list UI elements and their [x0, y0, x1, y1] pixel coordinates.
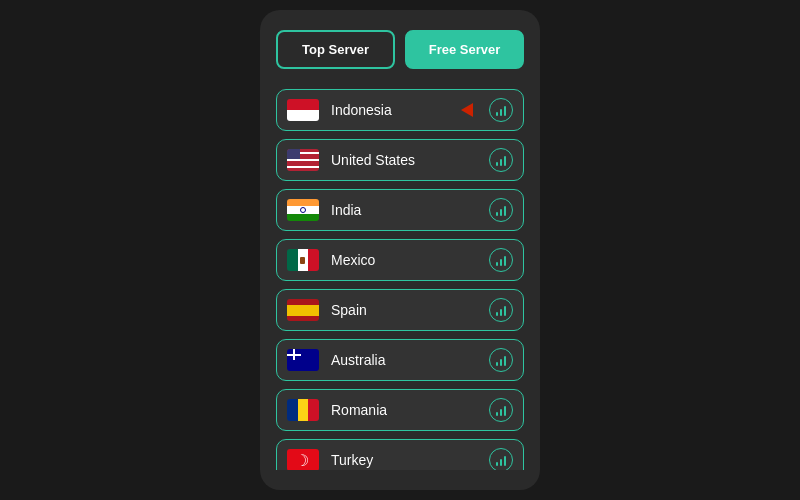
signal-bar-3: [504, 456, 507, 466]
crescent-icon: ☽: [295, 451, 309, 470]
server-item-india[interactable]: India: [276, 189, 524, 231]
tab-top-server[interactable]: Top Server: [276, 30, 395, 69]
signal-bars: [496, 404, 507, 416]
signal-bar-2: [500, 309, 503, 316]
signal-bar-1: [496, 312, 499, 316]
flag-indonesia: [287, 99, 319, 121]
signal-bar-3: [504, 406, 507, 416]
signal-bar-3: [504, 306, 507, 316]
selected-arrow-indonesia: [461, 103, 473, 117]
server-item-united-states[interactable]: United States: [276, 139, 524, 181]
server-list: Indonesia United States: [276, 89, 524, 470]
signal-bar-1: [496, 462, 499, 466]
server-name-turkey: Turkey: [331, 452, 489, 468]
signal-bar-1: [496, 412, 499, 416]
signal-bar-1: [496, 362, 499, 366]
signal-bars: [496, 304, 507, 316]
phone-container: Top Server Free Server Indonesia: [260, 10, 540, 490]
signal-bar-2: [500, 259, 503, 266]
signal-icon-mexico: [489, 248, 513, 272]
signal-bars: [496, 154, 507, 166]
signal-bar-3: [504, 356, 507, 366]
signal-bar-2: [500, 109, 503, 116]
signal-bar-3: [504, 256, 507, 266]
signal-bars: [496, 204, 507, 216]
server-item-spain[interactable]: Spain: [276, 289, 524, 331]
server-name-mexico: Mexico: [331, 252, 489, 268]
flag-turkey: ☽: [287, 449, 319, 470]
signal-icon-romania: [489, 398, 513, 422]
flag-spain: [287, 299, 319, 321]
signal-bar-2: [500, 409, 503, 416]
signal-bars: [496, 454, 507, 466]
server-item-mexico[interactable]: Mexico: [276, 239, 524, 281]
signal-bar-3: [504, 156, 507, 166]
signal-bars: [496, 354, 507, 366]
server-item-romania[interactable]: Romania: [276, 389, 524, 431]
signal-bar-3: [504, 206, 507, 216]
server-name-australia: Australia: [331, 352, 489, 368]
signal-icon-spain: [489, 298, 513, 322]
server-name-spain: Spain: [331, 302, 489, 318]
flag-romania: [287, 399, 319, 421]
flag-united-states: [287, 149, 319, 171]
signal-bar-3: [504, 106, 507, 116]
signal-bar-2: [500, 459, 503, 466]
server-item-australia[interactable]: Australia: [276, 339, 524, 381]
signal-bar-2: [500, 159, 503, 166]
server-name-romania: Romania: [331, 402, 489, 418]
flag-australia: [287, 349, 319, 371]
flag-mexico: [287, 249, 319, 271]
signal-icon-turkey: [489, 448, 513, 470]
signal-bar-1: [496, 162, 499, 166]
server-name-india: India: [331, 202, 489, 218]
tab-free-server[interactable]: Free Server: [405, 30, 524, 69]
signal-bar-2: [500, 209, 503, 216]
tab-top-server-label: Top Server: [302, 42, 369, 57]
server-item-indonesia[interactable]: Indonesia: [276, 89, 524, 131]
signal-bars: [496, 104, 507, 116]
signal-bar-2: [500, 359, 503, 366]
flag-india: [287, 199, 319, 221]
signal-icon-india: [489, 198, 513, 222]
arrow-right-icon: [461, 103, 473, 117]
tab-free-server-label: Free Server: [429, 42, 501, 57]
signal-icon-united-states: [489, 148, 513, 172]
signal-icon-indonesia: [489, 98, 513, 122]
signal-bar-1: [496, 112, 499, 116]
signal-bar-1: [496, 262, 499, 266]
server-item-turkey[interactable]: ☽ Turkey: [276, 439, 524, 470]
tab-bar: Top Server Free Server: [276, 30, 524, 69]
signal-icon-australia: [489, 348, 513, 372]
signal-bars: [496, 254, 507, 266]
server-name-united-states: United States: [331, 152, 489, 168]
signal-bar-1: [496, 212, 499, 216]
